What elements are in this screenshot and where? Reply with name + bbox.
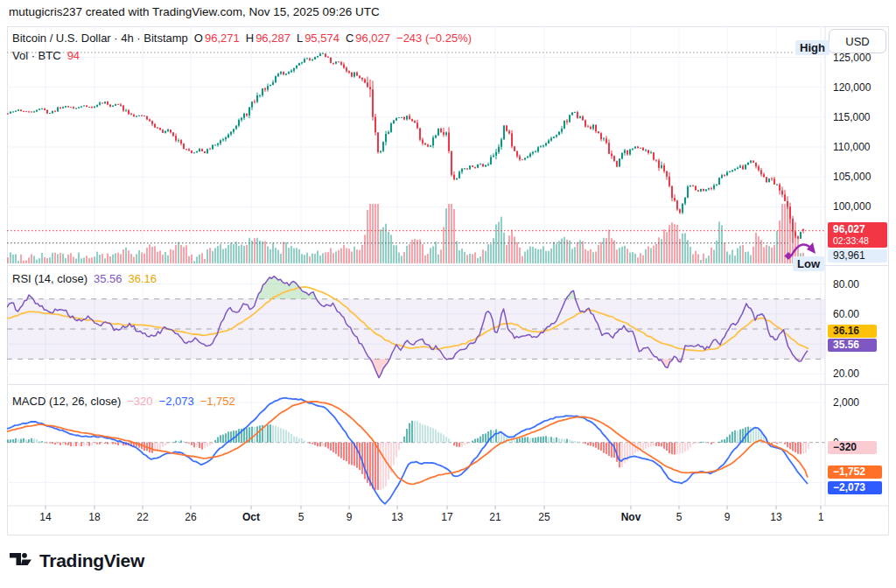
time-axis-label: 9 (711, 511, 743, 523)
price-axis-tick: 120,000 (833, 80, 871, 94)
rsi-indicator-label: RSI (14, close) 35.56 36.16 (12, 272, 157, 285)
ohlc-low: L95,574 (297, 32, 340, 45)
rsi-axis-tick: 80.00 (833, 277, 859, 291)
time-axis-label: 21 (480, 511, 511, 523)
volume-label: Vol · BTC 94 (12, 49, 80, 62)
rsi-value: 35.56 (94, 272, 122, 285)
time-axis-label: Nov (615, 511, 647, 523)
macd-signal-value: −1,752 (200, 395, 235, 408)
time-axis-label: 9 (333, 511, 365, 523)
time-axis-label: 13 (382, 511, 413, 523)
macd-hist-badge: −320 (828, 441, 877, 454)
price-axis-tick: 100,000 (833, 200, 871, 214)
change-value: −243 (−0.25%) (396, 32, 472, 45)
symbol-bar: Bitcoin / U.S. Dollar · 4h · Bitstamp O9… (12, 32, 472, 45)
time-axis-label: 18 (79, 511, 110, 523)
time-axis-label: 1 (805, 511, 836, 523)
time-axis-label: 14 (30, 511, 61, 523)
macd-indicator-label: MACD (12, 26, close) −320 −2,073 −1,752 (12, 395, 235, 408)
ohlc-open: O96,271 (194, 32, 240, 45)
price-axis-tick: 115,000 (833, 110, 871, 124)
rsi-axis-tick: 60.00 (833, 307, 859, 321)
low-marker-label: Low (793, 256, 824, 271)
watermark: mutugicris237 created with TradingView.c… (9, 5, 380, 18)
rsi-axis-tick: 20.00 (833, 367, 859, 381)
last-price-badge: 96,027 02:33:48 (828, 222, 887, 248)
last-price: 96,027 (833, 224, 887, 235)
price-axis-tick: 110,000 (833, 140, 871, 154)
ohlc-close: C96,027 (346, 32, 390, 45)
time-axis-label: 25 (528, 511, 560, 523)
symbol-title[interactable]: Bitcoin / U.S. Dollar · 4h · Bitstamp (12, 32, 188, 45)
high-marker-label: High (795, 40, 830, 55)
tradingview-logo[interactable]: TradingView (9, 549, 144, 572)
tradingview-logo-icon (9, 549, 32, 572)
tradingview-chart-page: mutugicris237 created with TradingView.c… (0, 0, 896, 588)
macd-signal-badge: −1,752 (828, 466, 882, 479)
macd-line-value: −2,073 (159, 395, 194, 408)
ohlc-high: H96,287 (246, 32, 290, 45)
bar-countdown: 02:33:48 (833, 235, 887, 247)
macd-hist-value: −320 (127, 395, 152, 408)
time-axis-label: 13 (760, 511, 792, 523)
tradingview-logo-text: TradingView (39, 550, 144, 571)
time-axis-label: 17 (431, 511, 463, 523)
time-axis-label: 5 (285, 511, 317, 523)
rsi-badge: 35.56 (828, 339, 877, 352)
rsi-ma-badge: 36.16 (828, 325, 877, 338)
time-axis-label: 26 (175, 511, 206, 523)
time-axis-label: Oct (235, 511, 267, 523)
rsi-ma-value: 36.16 (129, 272, 158, 285)
currency-usd-button[interactable]: USD (829, 29, 886, 53)
macd-axis-tick: 2,000 (833, 396, 859, 410)
time-axis-label: 5 (663, 511, 695, 523)
price-axis-tick: 105,000 (833, 170, 871, 184)
low-price-label: 93,961 (828, 249, 887, 262)
time-axis-label: 22 (127, 511, 158, 523)
volume-value: 94 (67, 49, 80, 62)
macd-line-badge: −2,073 (828, 481, 882, 494)
